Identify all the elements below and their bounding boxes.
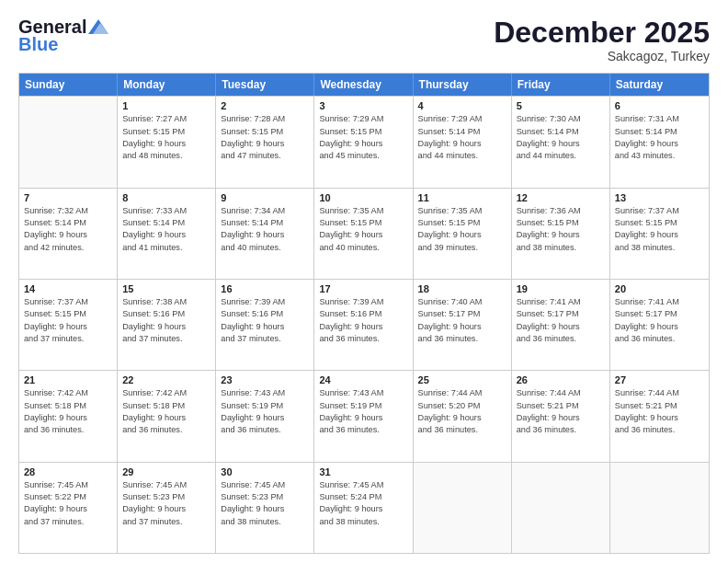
day-number: 26 <box>517 374 605 385</box>
day-number: 6 <box>615 100 704 111</box>
calendar-row-2: 14Sunrise: 7:37 AM Sunset: 5:15 PM Dayli… <box>19 279 709 370</box>
cal-cell-14: 14Sunrise: 7:37 AM Sunset: 5:15 PM Dayli… <box>19 280 118 370</box>
day-number: 25 <box>418 374 506 385</box>
day-number: 23 <box>221 374 309 385</box>
cal-cell-30: 30Sunrise: 7:45 AM Sunset: 5:23 PM Dayli… <box>216 463 314 553</box>
day-number: 28 <box>24 466 112 477</box>
day-info: Sunrise: 7:45 AM Sunset: 5:22 PM Dayligh… <box>24 479 112 528</box>
day-number: 14 <box>24 283 112 294</box>
day-number: 21 <box>24 374 112 385</box>
day-info: Sunrise: 7:37 AM Sunset: 5:15 PM Dayligh… <box>615 205 704 254</box>
header-day-saturday: Saturday <box>610 74 709 96</box>
day-info: Sunrise: 7:33 AM Sunset: 5:14 PM Dayligh… <box>122 205 210 254</box>
day-info: Sunrise: 7:29 AM Sunset: 5:15 PM Dayligh… <box>319 113 407 162</box>
title-block: December 2025 Sakcagoz, Turkey <box>494 17 710 63</box>
day-info: Sunrise: 7:42 AM Sunset: 5:18 PM Dayligh… <box>24 387 112 436</box>
day-info: Sunrise: 7:43 AM Sunset: 5:19 PM Dayligh… <box>319 387 407 436</box>
day-info: Sunrise: 7:42 AM Sunset: 5:18 PM Dayligh… <box>122 387 210 436</box>
cal-cell-25: 25Sunrise: 7:44 AM Sunset: 5:20 PM Dayli… <box>414 371 512 461</box>
day-number: 15 <box>122 283 210 294</box>
calendar: SundayMondayTuesdayWednesdayThursdayFrid… <box>18 73 710 554</box>
cal-cell-16: 16Sunrise: 7:39 AM Sunset: 5:16 PM Dayli… <box>216 280 314 370</box>
header-day-thursday: Thursday <box>414 74 512 96</box>
day-number: 31 <box>319 466 407 477</box>
day-number: 12 <box>517 192 605 203</box>
header-day-friday: Friday <box>512 74 610 96</box>
calendar-header: SundayMondayTuesdayWednesdayThursdayFrid… <box>19 74 709 96</box>
cal-cell-28: 28Sunrise: 7:45 AM Sunset: 5:22 PM Dayli… <box>19 463 118 553</box>
day-number: 30 <box>221 466 309 477</box>
day-number: 13 <box>615 192 704 203</box>
cal-cell-empty-0-0 <box>19 97 118 187</box>
header-day-tuesday: Tuesday <box>216 74 314 96</box>
cal-cell-19: 19Sunrise: 7:41 AM Sunset: 5:17 PM Dayli… <box>512 280 610 370</box>
day-info: Sunrise: 7:35 AM Sunset: 5:15 PM Dayligh… <box>418 205 506 254</box>
day-info: Sunrise: 7:44 AM Sunset: 5:21 PM Dayligh… <box>615 387 704 436</box>
header: General Blue December 2025 Sakcagoz, Tur… <box>18 17 710 63</box>
month-title: December 2025 <box>494 17 710 49</box>
header-day-wednesday: Wednesday <box>314 74 413 96</box>
logo: General Blue <box>18 17 108 55</box>
day-info: Sunrise: 7:35 AM Sunset: 5:15 PM Dayligh… <box>319 205 407 254</box>
cal-cell-1: 1Sunrise: 7:27 AM Sunset: 5:15 PM Daylig… <box>118 97 216 187</box>
cal-cell-9: 9Sunrise: 7:34 AM Sunset: 5:14 PM Daylig… <box>216 189 314 279</box>
day-number: 18 <box>418 283 506 294</box>
calendar-row-3: 21Sunrise: 7:42 AM Sunset: 5:18 PM Dayli… <box>19 370 709 461</box>
cal-cell-7: 7Sunrise: 7:32 AM Sunset: 5:14 PM Daylig… <box>19 189 118 279</box>
day-info: Sunrise: 7:43 AM Sunset: 5:19 PM Dayligh… <box>221 387 309 436</box>
cal-cell-10: 10Sunrise: 7:35 AM Sunset: 5:15 PM Dayli… <box>314 189 413 279</box>
day-info: Sunrise: 7:27 AM Sunset: 5:15 PM Dayligh… <box>122 113 210 162</box>
calendar-row-1: 7Sunrise: 7:32 AM Sunset: 5:14 PM Daylig… <box>19 188 709 279</box>
cal-cell-empty-4-5 <box>512 463 610 553</box>
day-info: Sunrise: 7:32 AM Sunset: 5:14 PM Dayligh… <box>24 205 112 254</box>
day-number: 5 <box>517 100 605 111</box>
day-number: 19 <box>517 283 605 294</box>
day-info: Sunrise: 7:30 AM Sunset: 5:14 PM Dayligh… <box>517 113 605 162</box>
day-number: 2 <box>221 100 309 111</box>
day-number: 17 <box>319 283 407 294</box>
day-info: Sunrise: 7:44 AM Sunset: 5:21 PM Dayligh… <box>517 387 605 436</box>
day-info: Sunrise: 7:31 AM Sunset: 5:14 PM Dayligh… <box>615 113 704 162</box>
cal-cell-21: 21Sunrise: 7:42 AM Sunset: 5:18 PM Dayli… <box>19 371 118 461</box>
day-info: Sunrise: 7:39 AM Sunset: 5:16 PM Dayligh… <box>319 296 407 345</box>
header-day-sunday: Sunday <box>19 74 118 96</box>
day-info: Sunrise: 7:28 AM Sunset: 5:15 PM Dayligh… <box>221 113 309 162</box>
day-info: Sunrise: 7:40 AM Sunset: 5:17 PM Dayligh… <box>418 296 506 345</box>
calendar-row-4: 28Sunrise: 7:45 AM Sunset: 5:22 PM Dayli… <box>19 462 709 553</box>
day-info: Sunrise: 7:45 AM Sunset: 5:24 PM Dayligh… <box>319 479 407 528</box>
day-info: Sunrise: 7:41 AM Sunset: 5:17 PM Dayligh… <box>517 296 605 345</box>
cal-cell-15: 15Sunrise: 7:38 AM Sunset: 5:16 PM Dayli… <box>118 280 216 370</box>
cal-cell-23: 23Sunrise: 7:43 AM Sunset: 5:19 PM Dayli… <box>216 371 314 461</box>
day-number: 4 <box>418 100 506 111</box>
day-info: Sunrise: 7:29 AM Sunset: 5:14 PM Dayligh… <box>418 113 506 162</box>
day-info: Sunrise: 7:45 AM Sunset: 5:23 PM Dayligh… <box>122 479 210 528</box>
header-day-monday: Monday <box>118 74 216 96</box>
day-number: 27 <box>615 374 704 385</box>
day-number: 8 <box>122 192 210 203</box>
logo-line2: Blue <box>18 34 108 55</box>
logo-triangle-icon <box>88 17 108 36</box>
cal-cell-26: 26Sunrise: 7:44 AM Sunset: 5:21 PM Dayli… <box>512 371 610 461</box>
cal-cell-empty-4-4 <box>414 463 512 553</box>
day-info: Sunrise: 7:38 AM Sunset: 5:16 PM Dayligh… <box>122 296 210 345</box>
cal-cell-22: 22Sunrise: 7:42 AM Sunset: 5:18 PM Dayli… <box>118 371 216 461</box>
day-number: 3 <box>319 100 407 111</box>
location-subtitle: Sakcagoz, Turkey <box>494 49 710 63</box>
cal-cell-5: 5Sunrise: 7:30 AM Sunset: 5:14 PM Daylig… <box>512 97 610 187</box>
cal-cell-empty-4-6 <box>610 463 709 553</box>
cal-cell-20: 20Sunrise: 7:41 AM Sunset: 5:17 PM Dayli… <box>610 280 709 370</box>
cal-cell-17: 17Sunrise: 7:39 AM Sunset: 5:16 PM Dayli… <box>314 280 413 370</box>
cal-cell-2: 2Sunrise: 7:28 AM Sunset: 5:15 PM Daylig… <box>216 97 314 187</box>
day-info: Sunrise: 7:45 AM Sunset: 5:23 PM Dayligh… <box>221 479 309 528</box>
cal-cell-3: 3Sunrise: 7:29 AM Sunset: 5:15 PM Daylig… <box>314 97 413 187</box>
day-info: Sunrise: 7:37 AM Sunset: 5:15 PM Dayligh… <box>24 296 112 345</box>
day-number: 10 <box>319 192 407 203</box>
day-number: 20 <box>615 283 704 294</box>
day-info: Sunrise: 7:34 AM Sunset: 5:14 PM Dayligh… <box>221 205 309 254</box>
day-number: 24 <box>319 374 407 385</box>
cal-cell-4: 4Sunrise: 7:29 AM Sunset: 5:14 PM Daylig… <box>414 97 512 187</box>
page: General Blue December 2025 Sakcagoz, Tur… <box>0 0 728 563</box>
day-number: 9 <box>221 192 309 203</box>
cal-cell-11: 11Sunrise: 7:35 AM Sunset: 5:15 PM Dayli… <box>414 189 512 279</box>
cal-cell-8: 8Sunrise: 7:33 AM Sunset: 5:14 PM Daylig… <box>118 189 216 279</box>
